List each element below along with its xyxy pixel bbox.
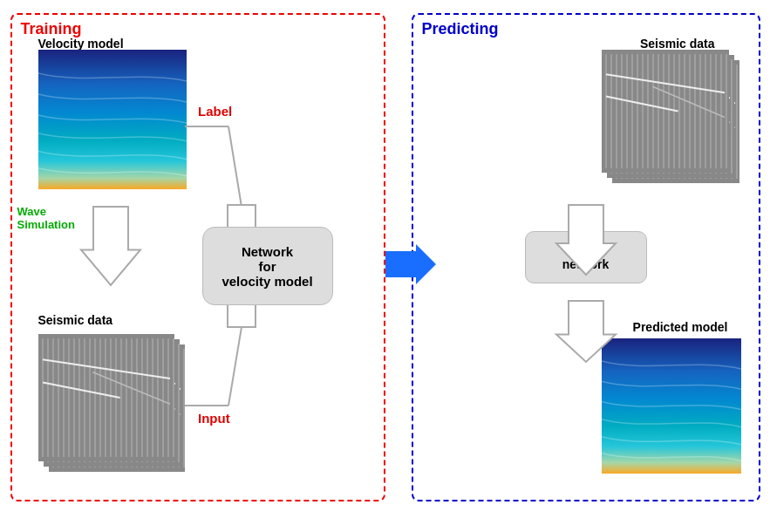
seismic-train-label: Seismic data bbox=[38, 313, 113, 327]
predicting-box: Predicting Seismic data Trained network … bbox=[412, 13, 760, 501]
trained-network-box: Trained network bbox=[525, 231, 647, 283]
predicting-label: Predicting bbox=[422, 20, 499, 38]
network-box: Network for velocity model bbox=[202, 227, 333, 305]
big-right-arrow bbox=[385, 242, 438, 290]
velocity-model-image bbox=[38, 50, 187, 189]
velocity-model-title: Velocity model bbox=[38, 37, 124, 51]
seismic-predict-label: Seismic data bbox=[640, 37, 715, 51]
training-label: Training bbox=[21, 20, 82, 38]
seismic-train-image bbox=[38, 334, 187, 474]
network-label: Network for velocity model bbox=[221, 244, 312, 289]
svg-marker-0 bbox=[385, 244, 436, 284]
seismic-predict-image bbox=[602, 50, 741, 185]
predicted-model-label: Predicted model bbox=[633, 320, 728, 334]
predicted-model-image bbox=[602, 338, 741, 474]
trained-network-label: Trained network bbox=[562, 243, 610, 271]
diagram-container: Training Velocity model Wave Simulation … bbox=[10, 13, 760, 519]
wave-simulation-label: Wave Simulation bbox=[17, 205, 75, 231]
